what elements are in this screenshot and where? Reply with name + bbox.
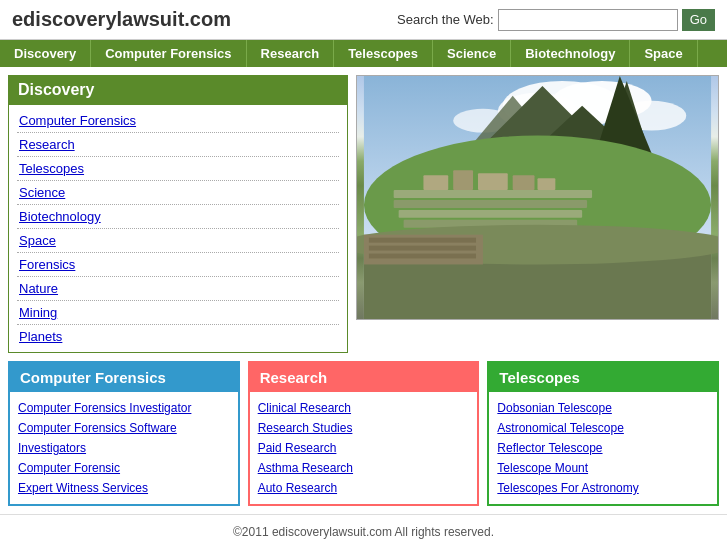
footer-text: ©2011 ediscoverylawsuit.com All rights r… bbox=[233, 525, 494, 539]
discovery-link[interactable]: Space bbox=[17, 229, 339, 253]
forensics-links: Computer Forensics InvestigatorComputer … bbox=[10, 392, 238, 504]
discovery-link[interactable]: Computer Forensics bbox=[17, 109, 339, 133]
nav-item-research[interactable]: Research bbox=[247, 40, 335, 67]
research-link[interactable]: Research Studies bbox=[258, 418, 470, 438]
svg-rect-14 bbox=[399, 210, 582, 218]
telescopes-link[interactable]: Telescope Mount bbox=[497, 458, 709, 478]
site-title[interactable]: ediscoverylawsuit.com bbox=[12, 8, 231, 31]
svg-rect-18 bbox=[453, 170, 473, 190]
search-input[interactable] bbox=[498, 9, 678, 31]
svg-rect-21 bbox=[538, 178, 556, 190]
forensics-link[interactable]: Computer Forensics Investigator bbox=[18, 398, 230, 418]
nav-bar: DiscoveryComputer ForensicsResearchTeles… bbox=[0, 40, 727, 67]
nav-item-biotechnology[interactable]: Biotechnology bbox=[511, 40, 630, 67]
discovery-link[interactable]: Research bbox=[17, 133, 339, 157]
svg-rect-27 bbox=[369, 254, 476, 259]
search-button[interactable]: Go bbox=[682, 9, 715, 31]
telescopes-link[interactable]: Astronomical Telescope bbox=[497, 418, 709, 438]
forensics-link[interactable]: Computer Forensics Software bbox=[18, 418, 230, 438]
forensics-link[interactable]: Investigators bbox=[18, 438, 230, 458]
forensics-header: Computer Forensics bbox=[10, 363, 238, 392]
research-link[interactable]: Asthma Research bbox=[258, 458, 470, 478]
forensics-link[interactable]: Expert Witness Services bbox=[18, 478, 230, 498]
discovery-list: Computer ForensicsResearchTelescopesScie… bbox=[8, 105, 348, 353]
discovery-link[interactable]: Planets bbox=[17, 325, 339, 348]
research-link[interactable]: Auto Research bbox=[258, 478, 470, 498]
discovery-panel: Discovery Computer ForensicsResearchTele… bbox=[8, 75, 348, 353]
svg-rect-19 bbox=[478, 173, 508, 190]
discovery-header: Discovery bbox=[8, 75, 348, 105]
image-panel bbox=[356, 75, 719, 353]
discovery-link[interactable]: Science bbox=[17, 181, 339, 205]
nav-item-space[interactable]: Space bbox=[630, 40, 697, 67]
svg-rect-17 bbox=[423, 175, 448, 190]
forensics-link[interactable]: Computer Forensic bbox=[18, 458, 230, 478]
telescopes-header: Telescopes bbox=[489, 363, 717, 392]
bottom-panels: Computer Forensics Computer Forensics In… bbox=[0, 361, 727, 514]
search-area: Search the Web: Go bbox=[397, 9, 715, 31]
telescopes-panel: Telescopes Dobsonian TelescopeAstronomic… bbox=[487, 361, 719, 506]
svg-rect-12 bbox=[394, 190, 592, 198]
machu-picchu-image bbox=[356, 75, 719, 320]
research-panel: Research Clinical ResearchResearch Studi… bbox=[248, 361, 480, 506]
discovery-link[interactable]: Nature bbox=[17, 277, 339, 301]
discovery-link[interactable]: Telescopes bbox=[17, 157, 339, 181]
svg-rect-20 bbox=[513, 175, 535, 190]
discovery-link[interactable]: Biotechnology bbox=[17, 205, 339, 229]
research-links: Clinical ResearchResearch StudiesPaid Re… bbox=[250, 392, 478, 504]
research-header: Research bbox=[250, 363, 478, 392]
telescopes-link[interactable]: Telescopes For Astronomy bbox=[497, 478, 709, 498]
svg-rect-26 bbox=[369, 246, 476, 251]
discovery-link[interactable]: Mining bbox=[17, 301, 339, 325]
header: ediscoverylawsuit.com Search the Web: Go bbox=[0, 0, 727, 40]
telescopes-link[interactable]: Dobsonian Telescope bbox=[497, 398, 709, 418]
nav-item-science[interactable]: Science bbox=[433, 40, 511, 67]
footer: ©2011 ediscoverylawsuit.com All rights r… bbox=[0, 514, 727, 545]
research-link[interactable]: Clinical Research bbox=[258, 398, 470, 418]
svg-rect-13 bbox=[394, 200, 587, 208]
telescopes-link[interactable]: Reflector Telescope bbox=[497, 438, 709, 458]
main-content: Discovery Computer ForensicsResearchTele… bbox=[0, 67, 727, 361]
nav-item-discovery[interactable]: Discovery bbox=[0, 40, 91, 67]
nav-item-computer-forensics[interactable]: Computer Forensics bbox=[91, 40, 246, 67]
svg-rect-25 bbox=[369, 238, 476, 243]
discovery-link[interactable]: Forensics bbox=[17, 253, 339, 277]
nav-item-telescopes[interactable]: Telescopes bbox=[334, 40, 433, 67]
forensics-panel: Computer Forensics Computer Forensics In… bbox=[8, 361, 240, 506]
telescopes-links: Dobsonian TelescopeAstronomical Telescop… bbox=[489, 392, 717, 504]
search-label: Search the Web: bbox=[397, 12, 494, 27]
research-link[interactable]: Paid Research bbox=[258, 438, 470, 458]
